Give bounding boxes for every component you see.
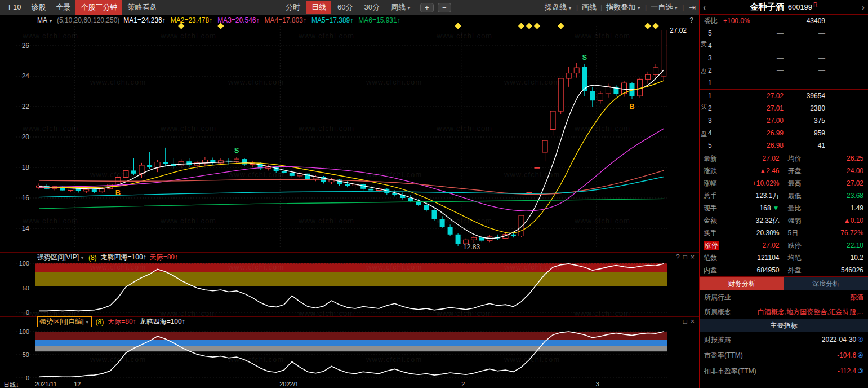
tab-financial-analysis[interactable]: 财务分析 [700,277,784,290]
tool-一自选[interactable]: 一自选▼ [651,2,678,12]
chevron-down-icon: ▼ [80,255,84,261]
level-price: 26.99 [717,129,784,137]
level-rank: 5 [708,29,717,37]
stock-code: 600199 [788,3,812,11]
quote-value: 23.68 [847,192,863,200]
chevron-down-icon: ▼ [48,19,53,24]
quote-value: 10.2 [851,254,863,262]
quote-开盘: 开盘24.00 [784,165,868,177]
level-rank: 3 [708,54,717,62]
quote-value: 27.02 [762,241,779,249]
ma-selector[interactable]: MA▼ [37,16,53,24]
topbar-item-策略看盘[interactable]: 策略看盘 [122,0,162,15]
tool-操盘线[interactable]: 操盘线▼ [545,2,572,12]
collapse-panel-icon[interactable]: ⇥ [689,3,696,12]
quote-value: 168▼ [760,204,780,212]
help-icon[interactable]: ? [676,253,680,261]
order-book-row: 127.0239654 [708,90,868,102]
ma-legend-bar: MA▼ (5,10,20,60,120,250) MA1=24.236↑MA2=… [0,16,699,25]
industry-row: 所属行业 酿酒 [700,290,868,305]
main-price-chart[interactable]: MA▼ (5,10,20,60,120,250) MA1=24.236↑MA2=… [0,15,699,252]
period-tab-周线[interactable]: 周线▼ [386,1,416,14]
svg-text:B: B [115,188,121,197]
level-price: — [717,79,784,87]
candlestick-chart[interactable]: 26242220181614BSSB12.8327.02 [0,15,699,252]
period-tab-分时[interactable]: 分时 [281,1,305,14]
metric-label: 市盈率(TTM) [704,351,743,360]
level-price: — [717,42,784,50]
indicator-panel-custom[interactable]: 强势区间[自编]▼ (8) 天际=80↑龙腾四海=100↑ □× 100500 [0,316,699,380]
quote-label: 最低 [788,191,802,201]
quote-均笔: 均笔10.2 [784,252,868,264]
quote-量比: 量比1.49 [784,202,868,214]
next-stock-arrow[interactable]: › [862,2,865,12]
level-rank: 1 [708,92,717,100]
period-tab-60分[interactable]: 60分 [332,1,358,14]
quote-label: 开盘 [788,166,802,176]
x-axis-label: 3 [596,381,599,387]
maximize-icon[interactable]: □ [683,253,687,261]
quote-value: 24.00 [847,167,863,175]
period-tab-日线[interactable]: 日线 [306,1,331,14]
quote-总手: 总手123.1万 [700,189,784,202]
quote-value: 684950 [756,266,779,274]
quote-value: 1.49 [851,204,863,212]
level-volume: 2380 [784,104,868,112]
quarter-badge: ③ [857,367,863,375]
indicator-selector-vip[interactable]: 强势区间[VIP]▼ [37,253,84,262]
top-toolbar: F10诊股全景个股三分钟策略看盘 分时日线60分30分周线▼+− 操盘线▼|画线… [0,0,699,15]
period-tab-30分[interactable]: 30分 [359,1,384,14]
indicator-chart-vip[interactable]: 100500 [0,253,699,317]
close-icon[interactable]: × [691,253,695,261]
quarter-badge: ④ [857,336,863,343]
weibi-value: +100.0% [723,17,750,25]
ma-value-label: MA1=24.236↑ [123,16,165,24]
svg-text:27.02: 27.02 [670,27,687,34]
analysis-tabs: 财务分析 深度分析 [700,276,868,290]
close-icon[interactable]: × [691,318,695,325]
quote-value: 27.02 [847,179,863,187]
level-volume: 375 [784,117,868,125]
svg-text:24: 24 [22,72,30,80]
tab-deep-analysis[interactable]: 深度分析 [784,277,868,290]
quote-笔数: 笔数121104 [700,252,784,264]
level-price: 27.02 [717,92,784,100]
zoom-out-button[interactable]: − [438,3,451,12]
svg-text:12.83: 12.83 [463,243,480,251]
concept-label: 所属概念 [704,307,731,317]
ma-value-label: MA2=23.478↑ [171,16,212,24]
order-book: 卖盘5——4——3——2——1——买盘127.0239654227.012380… [700,27,868,152]
level-rank: 1 [708,79,717,87]
concept-value[interactable]: 白酒概念,地方国资整合,汇金持股,... [758,307,863,317]
svg-text:22: 22 [22,103,30,111]
topbar-item-个股三分钟[interactable]: 个股三分钟 [75,0,122,15]
level-rank: 4 [708,129,717,137]
chart-column: F10诊股全景个股三分钟策略看盘 分时日线60分30分周线▼+− 操盘线▼|画线… [0,0,699,388]
industry-value[interactable]: 酿酒 [850,293,863,302]
period-status[interactable]: 日线↓ [3,381,19,388]
svg-text:B: B [629,102,634,111]
indicator-chart-custom[interactable]: 100500 [0,317,699,380]
indicator-selector-custom[interactable]: 强势区间[自编]▼ [37,316,92,327]
topbar-item-全景[interactable]: 全景 [51,0,75,15]
tool-指数叠加[interactable]: 指数叠加▼ [606,2,641,12]
quote-涨跌: 涨跌▲2.46 [700,165,784,177]
topbar-item-诊股[interactable]: 诊股 [26,0,51,15]
help-icon[interactable]: ? [689,16,693,24]
quote-label: 跌停 [788,241,802,250]
svg-text:14: 14 [22,224,30,232]
quote-value: 32.32亿 [755,216,779,226]
zoom-in-button[interactable]: + [420,3,434,12]
quote-label: 量比 [788,204,802,213]
svg-text:0: 0 [26,309,29,316]
quote-value: 121104 [757,254,779,262]
maximize-icon[interactable]: □ [683,318,687,325]
order-book-row: 5—— [708,27,868,39]
indicator-panel-vip[interactable]: 强势区间[VIP]▼ (8) 龙腾四海=100↑天际=80↑ ?□× 10050… [0,252,699,316]
metric-label: 财报披露 [704,335,731,345]
indicator-legend-item: 龙腾四海=100↑ [101,253,146,262]
tool-画线[interactable]: 画线 [582,2,597,12]
topbar-item-F10[interactable]: F10 [3,0,26,15]
svg-text:20: 20 [22,133,30,141]
level-volume: — [784,79,868,87]
